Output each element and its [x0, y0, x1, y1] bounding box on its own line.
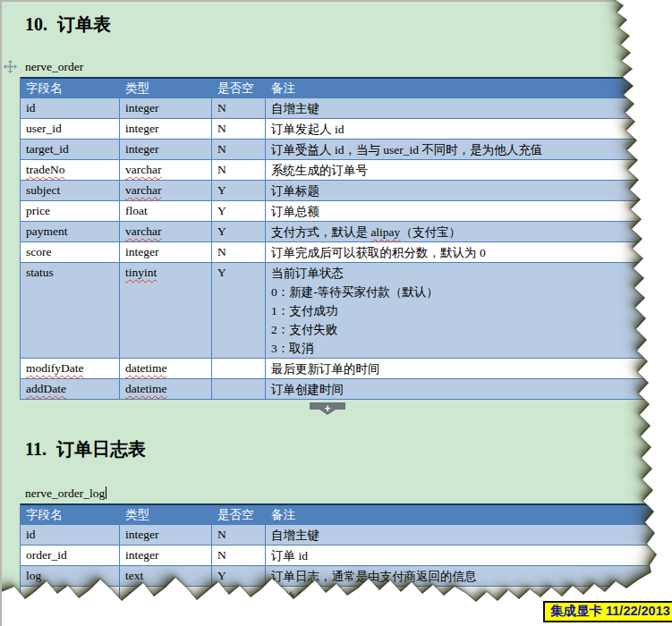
table-row[interactable]: statustinyintY当前订单状态0：新建-等待买家付款（默认）1：支付成…	[21, 262, 658, 358]
cell-nullable[interactable]: Y	[212, 222, 266, 241]
cell-nullable[interactable]	[212, 587, 266, 606]
cell-field[interactable]: addDate	[21, 587, 120, 606]
cell-nullable[interactable]: Y	[212, 566, 266, 586]
cell-nullable[interactable]: N	[212, 160, 266, 180]
table-row[interactable]: subjectvarcharY订单标题	[21, 180, 658, 200]
cell-remark[interactable]: 订单受益人 id，当与 user_id 不同时，是为他人充值	[266, 140, 658, 159]
cell-remark[interactable]: 自增主键	[266, 98, 658, 118]
table-row[interactable]: target_idintegerN订单受益人 id，当与 user_id 不同时…	[21, 139, 658, 159]
cell-text: 订单发起人 id	[271, 123, 344, 136]
table-row[interactable]: user_idintegerN订单发起人 id	[21, 118, 658, 139]
cell-nullable[interactable]: N	[212, 242, 266, 262]
cell-nullable[interactable]	[212, 359, 266, 378]
cell-nullable[interactable]: N	[212, 119, 266, 139]
cell-text: price	[26, 204, 50, 217]
cell-type[interactable]: integer	[120, 242, 212, 262]
cell-type[interactable]: integer	[120, 525, 212, 545]
cell-remark[interactable]: 订单发起人 id	[266, 119, 658, 139]
remark-line: 订单日志，通常是由支付商返回的信息	[271, 567, 656, 586]
table-row[interactable]: addDatedatetime订单创建时间	[21, 378, 658, 399]
cell-text: id	[26, 528, 36, 541]
table-row[interactable]: logtextY订单日志，通常是由支付商返回的信息	[21, 565, 658, 586]
watermark-badge: 集成显卡 11/22/2013	[543, 601, 672, 622]
table-name-row[interactable]: nerve_order_log	[25, 486, 659, 502]
cell-type[interactable]: text	[120, 566, 212, 586]
cell-text: integer	[125, 528, 158, 541]
cell-remark[interactable]: 订单总额	[266, 201, 658, 221]
cell-field[interactable]: addDate	[21, 379, 120, 399]
cell-text: 支付方式，默认是	[271, 225, 370, 239]
cell-text: 1：支付成功	[271, 304, 337, 317]
cell-field[interactable]: score	[21, 242, 120, 262]
cell-remark[interactable]: 订单标题	[266, 181, 658, 200]
cell-nullable[interactable]: N	[212, 546, 266, 565]
cell-nullable[interactable]: Y	[212, 201, 266, 221]
table-row[interactable]: pricefloatY订单总额	[21, 200, 658, 221]
cell-text: 2：支付失败	[271, 323, 337, 336]
table-row[interactable]: paymentvarcharY支付方式，默认是 alipay（支付宝）	[21, 221, 658, 241]
table-name-row[interactable]: nerve_order	[25, 59, 659, 75]
cell-nullable[interactable]: Y	[212, 263, 266, 358]
cell-type[interactable]: tinyint	[120, 263, 212, 358]
insert-row-button[interactable]: +	[310, 402, 345, 415]
remark-line: 1：支付成功	[271, 301, 656, 320]
cell-remark[interactable]: 支付方式，默认是 alipay（支付宝）	[266, 222, 658, 241]
table-row[interactable]: modifyDatedatetime最后更新订单的时间	[21, 358, 658, 378]
table-header-row: 字段名类型是否空备注	[21, 503, 658, 524]
cell-remark[interactable]: 系统生成的订单号	[266, 160, 658, 180]
cell-nullable[interactable]: Y	[212, 181, 266, 200]
cell-field[interactable]: modifyDate	[21, 359, 120, 378]
cell-type[interactable]: varchar	[120, 181, 212, 200]
section-heading-10[interactable]: 10.订单表	[25, 13, 659, 35]
cell-type[interactable]: integer	[120, 119, 212, 139]
table-row[interactable]: idintegerN自增主键	[21, 97, 658, 118]
cell-field[interactable]: payment	[21, 222, 120, 241]
cell-field[interactable]: user_id	[21, 119, 120, 139]
cell-remark[interactable]: 自增主键	[266, 525, 658, 545]
cell-type[interactable]: datetime	[120, 587, 212, 606]
cell-type[interactable]: integer	[120, 140, 212, 159]
remark-line: 订单完成后可以获取的积分数，默认为 0	[271, 243, 656, 262]
document-page: 10.订单表 nerve_order 字段名类型是否空备注idintegerN自…	[0, 0, 672, 626]
cell-nullable[interactable]: N	[212, 98, 266, 118]
cell-type[interactable]: varchar	[120, 160, 212, 180]
cell-type[interactable]: integer	[120, 546, 212, 565]
cell-nullable[interactable]: N	[212, 525, 266, 545]
column-header: 备注	[266, 79, 658, 97]
cell-type[interactable]: integer	[120, 98, 212, 118]
cell-field[interactable]: subject	[21, 181, 120, 200]
cell-field[interactable]: target_id	[21, 140, 120, 159]
cell-type[interactable]: float	[120, 201, 212, 221]
table-move-handle[interactable]	[4, 60, 17, 73]
cell-text: 订单总额	[271, 205, 319, 218]
cell-nullable[interactable]: N	[212, 140, 266, 159]
cell-remark[interactable]: 订单完成后可以获取的积分数，默认为 0	[266, 242, 658, 262]
cell-type[interactable]: varchar	[120, 222, 212, 241]
cell-text: float	[125, 204, 148, 217]
cell-type[interactable]: datetime	[120, 359, 212, 378]
cell-field[interactable]: price	[21, 201, 120, 221]
cell-remark[interactable]: 订单 id	[266, 546, 658, 565]
cell-text: addDate	[26, 589, 66, 603]
cell-text: 订单 id	[271, 549, 308, 563]
cell-field[interactable]: order_id	[21, 546, 120, 565]
table-row[interactable]: idintegerN自增主键	[21, 524, 658, 545]
cell-type[interactable]: datetime	[120, 379, 212, 399]
cell-remark[interactable]: 订单日志，通常是由支付商返回的信息	[266, 566, 658, 586]
cell-remark[interactable]: 订单创建时间	[266, 379, 658, 399]
cell-remark[interactable]: 最后更新订单的时间	[266, 359, 658, 378]
cell-text: varchar	[125, 163, 161, 176]
cell-field[interactable]: log	[21, 566, 120, 586]
cell-remark[interactable]: 当前订单状态0：新建-等待买家付款（默认）1：支付成功2：支付失败3：取消	[266, 263, 658, 358]
cell-field[interactable]: id	[21, 98, 120, 118]
cell-field[interactable]: tradeNo	[21, 160, 120, 180]
section-heading-11[interactable]: 11.订单日志表	[25, 438, 659, 460]
cell-nullable[interactable]	[212, 379, 266, 399]
cell-field[interactable]: status	[21, 263, 120, 358]
table-row[interactable]: order_idintegerN订单 id	[21, 545, 658, 565]
cell-text: alipay	[370, 225, 400, 239]
cell-text: datetime	[125, 589, 166, 603]
table-row[interactable]: scoreintegerN订单完成后可以获取的积分数，默认为 0	[21, 241, 658, 262]
cell-field[interactable]: id	[21, 525, 120, 545]
table-row[interactable]: tradeNovarcharN系统生成的订单号	[21, 159, 658, 180]
